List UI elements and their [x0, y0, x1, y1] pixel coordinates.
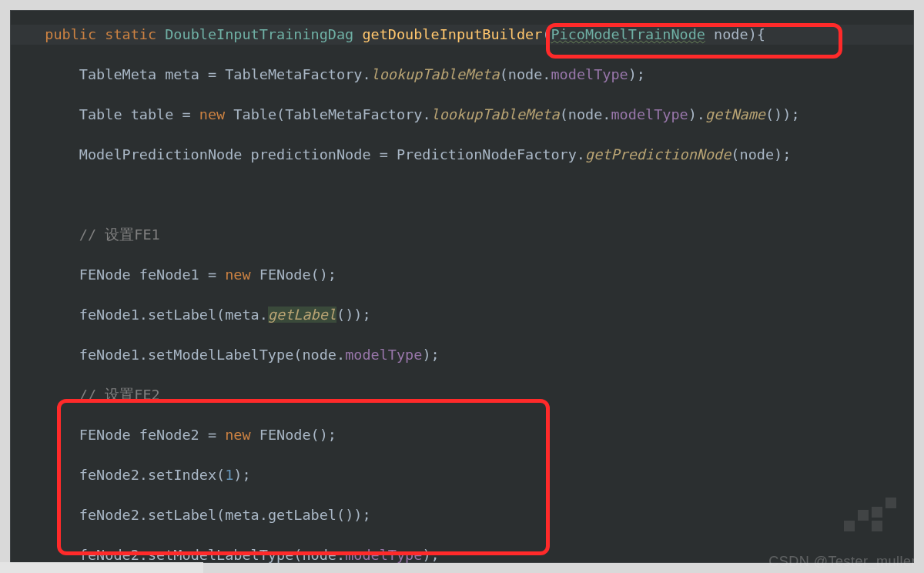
return-type: DoubleInputTrainingDag [165, 26, 353, 42]
keyword-static: static [105, 26, 156, 42]
keyword-public: public [45, 26, 96, 42]
code-line[interactable]: // 设置FE2 [11, 385, 913, 405]
code-line[interactable]: Table table = new Table(TableMetaFactory… [11, 105, 913, 125]
code-line[interactable]: TableMeta meta = TableMetaFactory.lookup… [11, 65, 913, 85]
code-line[interactable] [11, 185, 913, 205]
editor-frame: public static DoubleInputTrainingDag get… [11, 11, 913, 562]
code-block[interactable]: public static DoubleInputTrainingDag get… [11, 25, 913, 573]
code-line[interactable]: FENode feNode2 = new FENode(); [11, 425, 913, 445]
code-line[interactable]: feNode2.setIndex(1); [11, 465, 913, 485]
param-name: node [714, 26, 748, 42]
code-line[interactable]: // 设置FE1 [11, 225, 913, 245]
code-line[interactable]: public static DoubleInputTrainingDag get… [11, 25, 913, 45]
code-line[interactable]: FENode feNode1 = new FENode(); [11, 265, 913, 285]
code-line[interactable]: feNode1.setModelLabelType(node.modelType… [11, 345, 913, 365]
status-bar [0, 562, 203, 573]
code-line[interactable]: feNode1.setLabel(meta.getLabel()); [11, 305, 913, 325]
comment: // 设置FE2 [79, 387, 160, 403]
code-line[interactable]: ModelPredictionNode predictionNode = Pre… [11, 145, 913, 165]
code-editor[interactable]: public static DoubleInputTrainingDag get… [11, 11, 913, 562]
method-name: getDoubleInputBuilder [362, 26, 542, 42]
code-line[interactable]: feNode2.setLabel(meta.getLabel()); [11, 505, 913, 525]
comment: // 设置FE1 [79, 226, 160, 243]
param-type: PicoModelTrainNode [551, 26, 705, 42]
